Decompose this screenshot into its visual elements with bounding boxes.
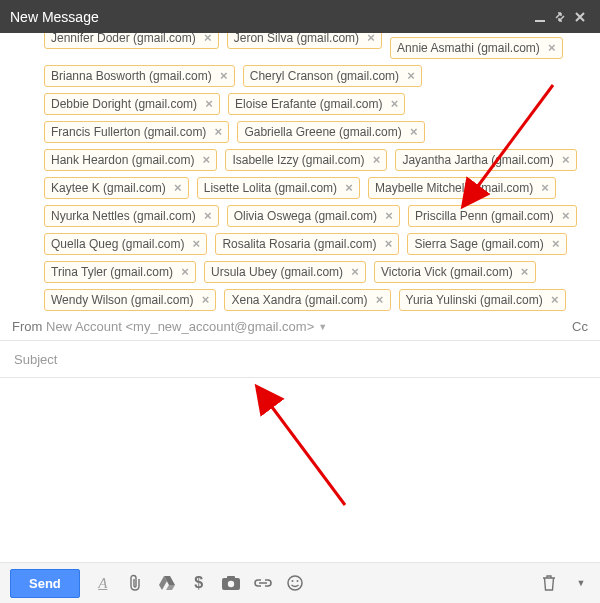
recipient-chip[interactable]: Yuria Yulinski (gmail.com)× [399,289,566,311]
recipient-chip[interactable]: Victoria Vick (gmail.com)× [374,261,536,283]
remove-recipient-icon[interactable]: × [539,178,551,198]
close-icon[interactable] [570,11,590,23]
chevron-down-icon[interactable]: ▼ [318,322,327,332]
recipient-label: Nyurka Nettles (gmail.com) [51,206,196,226]
formatting-icon[interactable]: A [94,574,112,592]
recipient-chip[interactable]: Maybelle Mitchell (gmail.com)× [368,177,556,199]
recipient-chip[interactable]: Priscilla Penn (gmail.com)× [408,205,577,227]
remove-recipient-icon[interactable]: × [560,150,572,170]
svg-point-6 [296,580,298,582]
remove-recipient-icon[interactable]: × [546,38,558,58]
recipient-label: Sierra Sage (gmail.com) [414,234,543,254]
recipient-label: Brianna Bosworth (gmail.com) [51,66,212,86]
remove-recipient-icon[interactable]: × [179,262,191,282]
money-icon[interactable]: $ [190,574,208,592]
from-value[interactable]: New Account <my_new_account@gmail.com> [46,319,314,334]
compose-window: New Message Jennifer Doder (gmail.com)×J… [0,0,600,603]
recipient-chip[interactable]: Debbie Doright (gmail.com)× [44,93,220,115]
recipient-chip[interactable]: Eloise Erafante (gmail.com)× [228,93,405,115]
recipient-chip[interactable]: Nyurka Nettles (gmail.com)× [44,205,219,227]
remove-recipient-icon[interactable]: × [172,178,184,198]
more-options-icon[interactable]: ▼ [572,574,590,592]
minimize-icon[interactable] [530,11,550,23]
subject-input[interactable] [12,341,592,377]
recipient-label: Trina Tyler (gmail.com) [51,262,173,282]
recipient-chip[interactable]: Brianna Bosworth (gmail.com)× [44,65,235,87]
remove-recipient-icon[interactable]: × [190,234,202,254]
cc-toggle[interactable]: Cc [572,319,588,334]
remove-recipient-icon[interactable]: × [370,150,382,170]
recipient-label: Victoria Vick (gmail.com) [381,262,513,282]
trash-icon[interactable] [540,574,558,592]
recipient-chip[interactable]: Francis Fullerton (gmail.com)× [44,121,229,143]
recipient-label: Eloise Erafante (gmail.com) [235,94,382,114]
send-button[interactable]: Send [10,569,80,598]
recipient-chip[interactable]: Ursula Ubey (gmail.com)× [204,261,366,283]
recipients-field[interactable]: Jennifer Doder (gmail.com)×Jeron Silva (… [0,33,600,313]
remove-recipient-icon[interactable]: × [550,234,562,254]
remove-recipient-icon[interactable]: × [549,290,561,310]
drive-icon[interactable] [158,574,176,592]
remove-recipient-icon[interactable]: × [203,94,215,114]
remove-recipient-icon[interactable]: × [374,290,386,310]
recipient-label: Maybelle Mitchell (gmail.com) [375,178,533,198]
recipient-chip[interactable]: Trina Tyler (gmail.com)× [44,261,196,283]
recipient-chip[interactable]: Jeron Silva (gmail.com)× [227,33,382,49]
recipient-label: Xena Xandra (gmail.com) [231,290,367,310]
recipient-label: Olivia Oswega (gmail.com) [234,206,377,226]
recipient-chip[interactable]: Sierra Sage (gmail.com)× [407,233,566,255]
remove-recipient-icon[interactable]: × [405,66,417,86]
remove-recipient-icon[interactable]: × [212,122,224,142]
recipient-label: Quella Queg (gmail.com) [51,234,184,254]
recipient-label: Ursula Ubey (gmail.com) [211,262,343,282]
recipient-chip[interactable]: Lisette Lolita (gmail.com)× [197,177,360,199]
remove-recipient-icon[interactable]: × [519,262,531,282]
recipient-chip[interactable]: Kaytee K (gmail.com)× [44,177,189,199]
remove-recipient-icon[interactable]: × [202,206,214,226]
recipient-chip[interactable]: Olivia Oswega (gmail.com)× [227,205,400,227]
remove-recipient-icon[interactable]: × [349,262,361,282]
recipient-label: Kaytee K (gmail.com) [51,178,166,198]
remove-recipient-icon[interactable]: × [383,206,395,226]
recipient-chip[interactable]: Isabelle Izzy (gmail.com)× [225,149,387,171]
recipient-label: Jayantha Jartha (gmail.com) [402,150,553,170]
recipient-label: Isabelle Izzy (gmail.com) [232,150,364,170]
recipient-label: Gabriella Greene (gmail.com) [244,122,401,142]
remove-recipient-icon[interactable]: × [408,122,420,142]
remove-recipient-icon[interactable]: × [202,33,214,48]
remove-recipient-icon[interactable]: × [200,150,212,170]
recipient-label: Wendy Wilson (gmail.com) [51,290,193,310]
subject-row [0,340,600,378]
remove-recipient-icon[interactable]: × [388,94,400,114]
recipient-chip[interactable]: Annie Asmathi (gmail.com)× [390,37,563,59]
recipient-chip[interactable]: Hank Heardon (gmail.com)× [44,149,217,171]
remove-recipient-icon[interactable]: × [382,234,394,254]
titlebar: New Message [0,0,600,33]
recipient-chip[interactable]: Quella Queg (gmail.com)× [44,233,207,255]
from-row: From New Account <my_new_account@gmail.c… [0,313,600,340]
link-icon[interactable] [254,574,272,592]
remove-recipient-icon[interactable]: × [365,33,377,48]
message-body[interactable] [0,378,600,468]
recipient-chip[interactable]: Jayantha Jartha (gmail.com)× [395,149,576,171]
remove-recipient-icon[interactable]: × [560,206,572,226]
recipient-chip[interactable]: Wendy Wilson (gmail.com)× [44,289,216,311]
remove-recipient-icon[interactable]: × [343,178,355,198]
recipient-chip[interactable]: Xena Xandra (gmail.com)× [224,289,390,311]
recipient-chip[interactable]: Rosalita Rosaria (gmail.com)× [215,233,399,255]
recipient-chip[interactable]: Jennifer Doder (gmail.com)× [44,33,219,49]
recipient-chip[interactable]: Gabriella Greene (gmail.com)× [237,121,424,143]
recipient-label: Hank Heardon (gmail.com) [51,150,194,170]
attach-icon[interactable] [126,574,144,592]
recipient-label: Priscilla Penn (gmail.com) [415,206,554,226]
popout-icon[interactable] [550,11,570,23]
svg-rect-2 [227,576,235,579]
emoji-icon[interactable] [286,574,304,592]
recipient-label: Rosalita Rosaria (gmail.com) [222,234,376,254]
remove-recipient-icon[interactable]: × [218,66,230,86]
recipient-label: Jennifer Doder (gmail.com) [51,33,196,48]
recipient-chip[interactable]: Cheryl Cranson (gmail.com)× [243,65,422,87]
remove-recipient-icon[interactable]: × [199,290,211,310]
photo-icon[interactable] [222,574,240,592]
recipient-label: Annie Asmathi (gmail.com) [397,38,540,58]
